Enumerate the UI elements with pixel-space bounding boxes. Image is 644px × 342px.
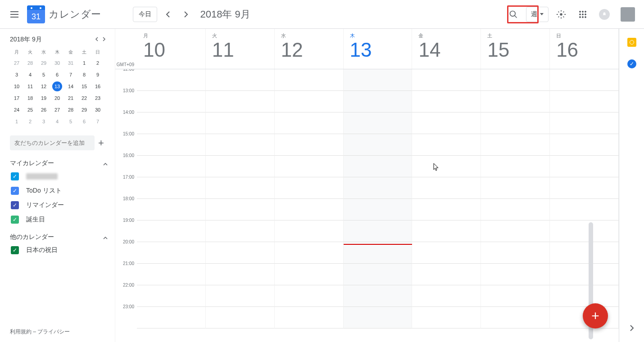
time-slot[interactable] — [412, 177, 481, 199]
mini-date-cell[interactable]: 10 — [10, 81, 23, 92]
mini-date-cell[interactable]: 6 — [77, 116, 91, 127]
time-slot[interactable] — [206, 242, 275, 264]
mini-date-cell[interactable]: 26 — [37, 104, 50, 116]
time-slot[interactable] — [481, 177, 550, 199]
tasks-icon[interactable]: ✓ — [627, 59, 636, 68]
time-slot[interactable] — [275, 91, 344, 112]
time-slot[interactable] — [275, 156, 344, 177]
time-slot[interactable] — [137, 69, 206, 91]
time-slot[interactable] — [550, 264, 619, 285]
mini-date-cell[interactable]: 22 — [77, 92, 91, 104]
time-slot[interactable] — [344, 156, 413, 177]
my-calendars-toggle[interactable]: マイカレンダー — [10, 159, 108, 167]
time-slot[interactable] — [481, 285, 550, 307]
mini-date-cell[interactable]: 15 — [77, 81, 91, 92]
time-slot[interactable] — [550, 134, 619, 156]
search-button[interactable] — [504, 5, 522, 23]
time-slot[interactable] — [206, 220, 275, 242]
add-calendar-button[interactable]: + — [95, 137, 108, 149]
time-slot[interactable] — [206, 91, 275, 112]
time-slot[interactable] — [550, 91, 619, 112]
time-slot[interactable] — [137, 91, 206, 112]
time-slot[interactable] — [137, 307, 206, 328]
time-slot[interactable] — [481, 91, 550, 112]
mini-date-cell[interactable]: 23 — [91, 92, 104, 104]
time-slot[interactable] — [137, 264, 206, 285]
time-slot[interactable] — [275, 264, 344, 285]
mini-date-cell[interactable]: 14 — [64, 81, 77, 92]
time-slot[interactable] — [550, 199, 619, 220]
time-slot[interactable] — [206, 264, 275, 285]
mini-calendar-next[interactable] — [100, 34, 108, 45]
day-header[interactable]: 金14 — [412, 29, 481, 69]
mini-date-cell[interactable]: 5 — [64, 116, 77, 127]
calendar-checkbox[interactable]: ✓ — [11, 172, 19, 180]
time-slot[interactable] — [412, 242, 481, 264]
time-slot[interactable] — [481, 112, 550, 134]
time-slot[interactable] — [481, 242, 550, 264]
time-slot[interactable] — [206, 307, 275, 328]
day-header[interactable]: 火11 — [206, 29, 275, 69]
mini-date-cell[interactable]: 2 — [91, 57, 104, 69]
time-slot[interactable] — [206, 112, 275, 134]
mini-date-cell[interactable]: 28 — [23, 57, 37, 69]
time-slot[interactable] — [481, 307, 550, 328]
time-slot[interactable] — [550, 220, 619, 242]
time-slot[interactable] — [344, 220, 413, 242]
time-slot[interactable] — [550, 156, 619, 177]
time-slot[interactable] — [206, 199, 275, 220]
mini-date-cell[interactable]: 13 — [52, 81, 62, 91]
day-header[interactable]: 日16 — [550, 29, 619, 69]
day-header[interactable]: 水12 — [275, 29, 344, 69]
calendar-checkbox[interactable]: ✓ — [11, 201, 19, 209]
time-slot[interactable] — [550, 112, 619, 134]
mini-date-cell[interactable]: 18 — [23, 92, 37, 104]
calendar-item[interactable]: ✓誕生日 — [10, 212, 108, 227]
main-menu-button[interactable] — [4, 4, 25, 25]
time-slot[interactable] — [344, 112, 413, 134]
day-header[interactable]: 土15 — [481, 29, 550, 69]
time-slot[interactable] — [550, 285, 619, 307]
mini-date-cell[interactable]: 6 — [50, 69, 64, 81]
calendar-checkbox[interactable]: ✓ — [11, 246, 19, 254]
mini-date-cell[interactable]: 3 — [10, 69, 23, 81]
time-slot[interactable] — [344, 69, 413, 91]
time-slot[interactable] — [275, 177, 344, 199]
time-slot[interactable] — [481, 156, 550, 177]
time-slot[interactable] — [412, 285, 481, 307]
time-slot[interactable] — [206, 69, 275, 91]
mini-date-cell[interactable]: 8 — [77, 69, 91, 81]
mini-date-cell[interactable]: 1 — [10, 116, 23, 127]
calendar-item[interactable]: ✓日本の祝日 — [10, 243, 108, 257]
mini-date-cell[interactable]: 9 — [91, 69, 104, 81]
time-slot[interactable] — [344, 199, 413, 220]
notifications-button[interactable] — [595, 5, 613, 23]
mini-date-cell[interactable]: 12 — [37, 81, 50, 92]
mini-date-cell[interactable]: 21 — [64, 92, 77, 104]
time-slot[interactable] — [344, 264, 413, 285]
time-slot[interactable] — [412, 91, 481, 112]
calendar-checkbox[interactable]: ✓ — [11, 216, 19, 224]
calendar-checkbox[interactable]: ✓ — [11, 187, 19, 195]
time-slot[interactable] — [344, 91, 413, 112]
time-slot[interactable] — [275, 199, 344, 220]
day-header[interactable]: 木13 — [344, 29, 413, 69]
mini-date-cell[interactable]: 27 — [50, 104, 64, 116]
time-slot[interactable] — [481, 264, 550, 285]
mini-date-cell[interactable]: 31 — [64, 57, 77, 69]
mini-date-cell[interactable]: 20 — [50, 92, 64, 104]
time-slot[interactable] — [275, 134, 344, 156]
time-slot[interactable] — [206, 177, 275, 199]
time-slot[interactable] — [481, 69, 550, 91]
mini-date-cell[interactable]: 7 — [64, 69, 77, 81]
time-slot[interactable] — [344, 177, 413, 199]
mini-date-cell[interactable]: 2 — [23, 116, 37, 127]
time-slot[interactable] — [412, 264, 481, 285]
time-slot[interactable] — [412, 220, 481, 242]
calendar-item[interactable]: ✓リマインダー — [10, 198, 108, 212]
calendar-item[interactable]: ✓ToDo リスト — [10, 184, 108, 198]
time-slot[interactable] — [344, 134, 413, 156]
mini-date-cell[interactable]: 19 — [37, 92, 50, 104]
time-slot[interactable] — [275, 242, 344, 264]
time-slot[interactable] — [481, 134, 550, 156]
